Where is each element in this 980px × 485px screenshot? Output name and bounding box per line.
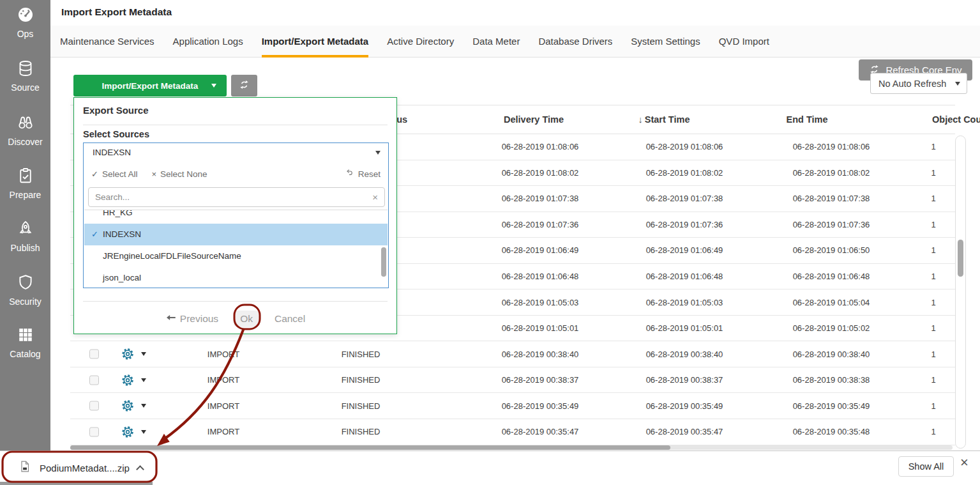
cancel-button[interactable]: Cancel bbox=[275, 313, 305, 325]
cell-end-time: 06-28-2019 00:38:40 bbox=[767, 341, 895, 367]
tab-database-drivers[interactable]: Database Drivers bbox=[538, 26, 612, 58]
horizontal-scrollbar[interactable] bbox=[70, 445, 953, 450]
source-option[interactable]: JREngineLocalFDLFileSourceName bbox=[84, 245, 388, 267]
tab-qvd-import[interactable]: QVD Import bbox=[719, 26, 769, 58]
shield-icon bbox=[16, 273, 35, 292]
column-header-end-time[interactable]: End Time bbox=[787, 105, 828, 134]
column-header-object-count[interactable]: Object Count bbox=[932, 105, 980, 134]
cell-end-time: 06-28-2019 01:05:04 bbox=[767, 289, 895, 315]
page-title: Import Export Metadata bbox=[61, 6, 172, 18]
cell-object-count: 1 bbox=[917, 186, 949, 212]
tab-application-logs[interactable]: Application Logs bbox=[173, 26, 243, 58]
source-option[interactable]: ✓INDEXSN bbox=[84, 224, 388, 245]
source-option[interactable]: json_local bbox=[84, 267, 388, 287]
sidebar-item-discover[interactable]: Discover bbox=[0, 113, 50, 147]
column-header-delivery-time[interactable]: Delivery Time bbox=[504, 105, 564, 134]
row-actions-button[interactable] bbox=[120, 424, 146, 440]
select-none-button[interactable]: × Select None bbox=[151, 169, 207, 179]
cell-end-time: 06-28-2019 00:35:49 bbox=[767, 393, 895, 419]
sidebar-item-label: Publish bbox=[0, 243, 50, 253]
cell-start-time: 06-28-2019 00:38:40 bbox=[621, 341, 748, 367]
row-checkbox[interactable] bbox=[89, 350, 99, 359]
column-header-start-time[interactable]: ↓Start Time bbox=[638, 105, 690, 134]
gear-icon bbox=[120, 398, 135, 413]
cell-end-time: 06-28-2019 01:07:36 bbox=[767, 212, 895, 238]
show-all-button[interactable]: Show All bbox=[898, 456, 954, 477]
vertical-scrollbar-thumb[interactable] bbox=[958, 240, 963, 277]
source-option[interactable]: HR_KG bbox=[84, 210, 388, 224]
row-actions-button[interactable] bbox=[120, 373, 146, 388]
row-actions-button[interactable] bbox=[120, 398, 146, 413]
cell-end-time: 06-28-2019 01:05:02 bbox=[767, 316, 895, 341]
cell-type: IMPORT bbox=[192, 367, 255, 393]
auto-refresh-select[interactable]: No Auto Refresh bbox=[870, 73, 967, 94]
cell-delivery-time: 06-28-2019 01:05:03 bbox=[476, 289, 604, 315]
source-option-label: json_local bbox=[103, 273, 141, 282]
tab-active-directory[interactable]: Active Directory bbox=[387, 26, 454, 58]
cell-start-time: 06-28-2019 01:05:03 bbox=[621, 289, 748, 315]
clear-search-icon[interactable]: × bbox=[366, 192, 384, 203]
previous-label: Previous bbox=[180, 313, 218, 325]
cell-object-count: 1 bbox=[917, 367, 949, 393]
select-all-button[interactable]: ✓ Select All bbox=[91, 169, 137, 179]
source-option-label: HR_KG bbox=[103, 210, 133, 217]
select-sources-label: Select Sources bbox=[83, 129, 149, 139]
cell-object-count: 1 bbox=[917, 134, 949, 160]
bar-shadow bbox=[0, 482, 153, 485]
cell-object-count: 1 bbox=[917, 289, 949, 315]
downloaded-file-name: PodiumMetadat....zip bbox=[40, 463, 130, 473]
previous-button[interactable]: Previous bbox=[165, 312, 218, 326]
rocket-icon bbox=[16, 219, 35, 238]
cell-delivery-time: 06-28-2019 00:35:49 bbox=[476, 393, 604, 419]
row-actions-button[interactable] bbox=[120, 346, 146, 362]
sidebar-item-ops[interactable]: Ops bbox=[0, 5, 50, 39]
cell-start-time: 06-28-2019 01:08:02 bbox=[621, 160, 748, 186]
tab-import-export-metadata[interactable]: Import/Export Metadata bbox=[262, 26, 369, 58]
sidebar-item-prepare[interactable]: Prepare bbox=[0, 166, 50, 200]
chevron-up-icon bbox=[136, 465, 144, 473]
reset-button[interactable]: Reset bbox=[345, 168, 381, 180]
tab-data-meter[interactable]: Data Meter bbox=[472, 26, 520, 58]
dropdown-toolbar: ✓ Select All × Select None Reset bbox=[84, 162, 388, 186]
cell-delivery-time: 06-28-2019 00:38:37 bbox=[476, 367, 604, 393]
cell-end-time: 06-28-2019 01:08:02 bbox=[767, 160, 895, 186]
horizontal-scrollbar-thumb[interactable] bbox=[70, 445, 670, 450]
table-row: IMPORTFINISHED06-28-2019 00:35:4706-28-2… bbox=[70, 419, 955, 445]
source-search-input[interactable] bbox=[89, 192, 366, 202]
cell-start-time: 06-28-2019 01:06:48 bbox=[621, 264, 748, 289]
row-checkbox[interactable] bbox=[89, 375, 99, 385]
downloaded-file-chip[interactable]: PodiumMetadat....zip bbox=[9, 455, 152, 481]
sources-dropdown[interactable]: INDEXSN bbox=[83, 142, 389, 162]
sidebar-item-security[interactable]: Security bbox=[0, 273, 50, 307]
sidebar-item-label: Catalog bbox=[0, 349, 50, 359]
sort-descending-icon: ↓ bbox=[638, 114, 643, 125]
undo-icon bbox=[345, 168, 354, 180]
cell-start-time: 06-28-2019 01:05:01 bbox=[621, 316, 748, 341]
row-checkbox[interactable] bbox=[89, 401, 99, 411]
ok-button[interactable]: Ok bbox=[234, 311, 259, 327]
import-export-metadata-button[interactable]: Import/Export Metadata bbox=[73, 75, 227, 96]
cell-start-time: 06-28-2019 00:35:49 bbox=[621, 393, 748, 419]
cell-delivery-time: 06-28-2019 01:06:49 bbox=[476, 238, 604, 263]
tab-strip: Maintenance ServicesApplication LogsImpo… bbox=[50, 26, 980, 58]
check-icon: ✓ bbox=[91, 169, 98, 179]
sidebar-item-source[interactable]: Source bbox=[0, 59, 50, 93]
close-downloads-bar-icon[interactable]: × bbox=[960, 454, 969, 471]
refresh-grid-button[interactable] bbox=[231, 75, 257, 96]
vertical-scrollbar[interactable] bbox=[955, 135, 966, 449]
check-icon: ✓ bbox=[91, 224, 98, 245]
row-checkbox[interactable] bbox=[89, 427, 99, 436]
cell-start-time: 06-28-2019 01:08:06 bbox=[621, 134, 748, 160]
sidebar-item-publish[interactable]: Publish bbox=[0, 219, 50, 253]
option-list-scrollbar-thumb[interactable] bbox=[381, 247, 386, 277]
cell-end-time: 06-28-2019 01:06:48 bbox=[767, 264, 895, 289]
chevron-down-icon bbox=[375, 151, 381, 155]
cell-delivery-time: 06-28-2019 01:05:01 bbox=[476, 316, 604, 341]
chevron-down-icon bbox=[141, 378, 146, 382]
tab-maintenance-services[interactable]: Maintenance Services bbox=[60, 26, 155, 58]
cell-type: IMPORT bbox=[192, 419, 255, 445]
sidebar-item-catalog[interactable]: Catalog bbox=[0, 325, 50, 359]
tab-system-settings[interactable]: System Settings bbox=[631, 26, 700, 58]
import-export-button-label: Import/Export Metadata bbox=[102, 81, 199, 91]
cell-start-time: 06-28-2019 01:07:38 bbox=[621, 186, 748, 212]
